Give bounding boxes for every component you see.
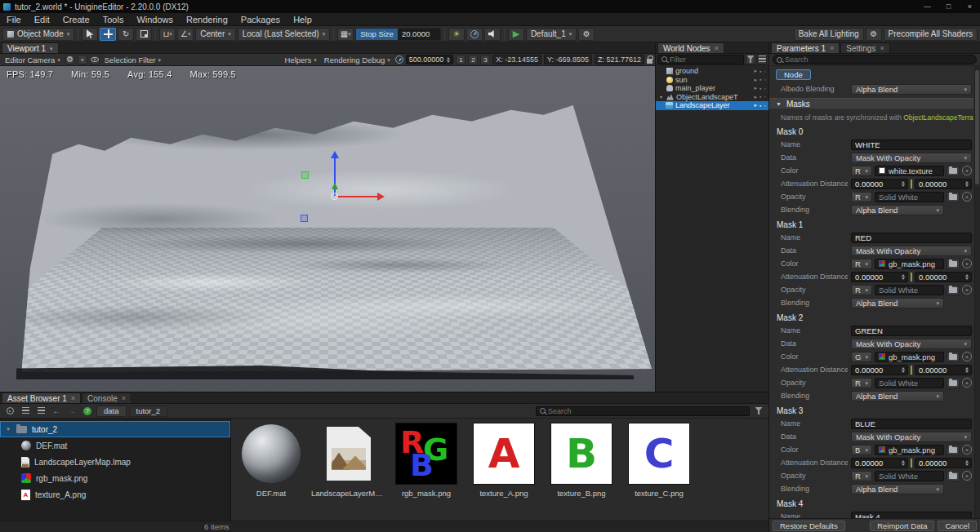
opacity-texture-field[interactable]: Solid White — [875, 192, 944, 202]
masks-section-header[interactable]: ▼ Masks — [769, 98, 973, 109]
camera-position-z[interactable]: Z: 521.77612 — [595, 55, 644, 64]
lock-icon[interactable]: ▪ — [760, 77, 761, 82]
object-mode-dropdown[interactable]: Object Mode ▾ — [2, 28, 74, 41]
gizmo-y-arrow-icon[interactable] — [332, 183, 338, 189]
opacity-channel-dropdown[interactable]: R▾ — [851, 471, 872, 481]
camera-position-y[interactable]: Y: -669.8505 — [544, 55, 592, 64]
visible-icon[interactable]: ◦ — [764, 94, 766, 100]
space-dropdown[interactable]: Local (Last Selected)▾ — [238, 28, 330, 41]
mask-blending-dropdown[interactable]: Alpha Blend▾ — [851, 484, 944, 494]
node-filter-type-button[interactable] — [746, 55, 755, 64]
visible-icon[interactable]: ◦ — [764, 103, 766, 109]
asset-card-texture-c[interactable]: C texture_C.png — [621, 421, 697, 498]
bake-lighting-button[interactable]: Bake All Lighting — [794, 28, 864, 41]
menu-rendering[interactable]: Rendering — [180, 13, 234, 25]
rotate-tool-button[interactable]: ↻ — [118, 28, 134, 41]
snap-magnet-dropdown[interactable]: ⊔▾ — [159, 28, 176, 41]
visible-icon[interactable]: ◦ — [764, 77, 766, 82]
add-camera-button[interactable]: + — [78, 55, 87, 64]
attenuation-input-2[interactable] — [915, 179, 972, 189]
tree-view-button[interactable] — [34, 406, 47, 417]
node-row-object-landscape-terrain[interactable]: ▾ ObjectLandscapeT ▸▪◦ — [656, 93, 768, 102]
cancel-button[interactable]: Cancel — [938, 521, 977, 531]
scale-tool-button[interactable] — [136, 28, 152, 41]
visible-icon[interactable]: ◦ — [764, 86, 766, 91]
asset-filter-button[interactable] — [752, 406, 765, 417]
close-button[interactable]: × — [961, 1, 978, 12]
node-row-landscape-layer[interactable]: LandscapeLayer ▸▪◦ — [656, 101, 768, 110]
play-button[interactable]: ▶ — [508, 28, 524, 41]
run-icon[interactable]: ▸ — [755, 102, 758, 109]
mask-data-dropdown[interactable]: Mask With Opacity▾ — [851, 339, 972, 349]
scrollbar-thumb[interactable] — [975, 70, 979, 184]
run-icon[interactable]: ▸ — [755, 94, 758, 100]
select-tool-button[interactable] — [82, 28, 98, 41]
tab-settings[interactable]: Settings × — [840, 42, 889, 53]
tab-node[interactable]: Node — [776, 69, 811, 80]
mask-data-dropdown[interactable]: Mask With Opacity▾ — [851, 153, 972, 163]
mask-blending-dropdown[interactable]: Alpha Blend▾ — [851, 205, 944, 215]
breadcrumb-data[interactable]: data — [96, 406, 127, 417]
gizmo-plane-handle-blue[interactable] — [301, 215, 308, 222]
speed-preset-2-button[interactable]: 2 — [468, 55, 478, 64]
color-channel-dropdown[interactable]: B▾ — [851, 445, 872, 455]
mask-name-input[interactable] — [851, 233, 972, 243]
menu-help[interactable]: Help — [287, 13, 318, 25]
browse-texture-button[interactable] — [947, 259, 960, 269]
bake-settings-button[interactable]: ⚙ — [866, 28, 882, 41]
color-channel-dropdown[interactable]: G▾ — [851, 352, 872, 362]
browse-texture-button[interactable] — [947, 445, 960, 455]
environment-button[interactable]: ☀ — [448, 28, 465, 41]
expand-caret-icon[interactable]: ▾ — [5, 426, 11, 432]
attenuation-input-2[interactable] — [915, 365, 972, 375]
clear-texture-button[interactable]: × — [962, 192, 972, 202]
expand-caret-icon[interactable]: ▾ — [658, 94, 664, 100]
close-icon[interactable]: × — [122, 395, 126, 402]
spinner-arrows-icon[interactable] — [447, 57, 450, 63]
rendering-debug-dropdown[interactable]: Rendering Debug ▾ — [322, 55, 393, 65]
tree-row-texture-a[interactable]: A texture_A.png — [0, 486, 230, 503]
attenuation-input-1[interactable] — [851, 365, 908, 375]
color-channel-dropdown[interactable]: R▾ — [851, 259, 872, 269]
gizmo-origin[interactable] — [331, 193, 338, 200]
tab-viewport-1[interactable]: Viewport 1 ▾ — [2, 42, 59, 53]
asset-card-texture-b[interactable]: B texture_B.png — [543, 421, 620, 498]
menu-windows[interactable]: Windows — [130, 13, 180, 25]
node-row-sun[interactable]: sun ▸▪◦ — [656, 76, 768, 85]
clear-texture-button[interactable]: × — [962, 259, 972, 268]
color-texture-field[interactable]: white.texture — [875, 166, 944, 176]
visibility-button[interactable] — [90, 55, 100, 64]
close-icon[interactable]: × — [71, 395, 75, 402]
browse-texture-button[interactable] — [947, 285, 960, 295]
menu-tools[interactable]: Tools — [96, 13, 131, 25]
clear-texture-button[interactable]: × — [962, 285, 972, 295]
camera-dropdown[interactable]: Editor Camera ▾ — [2, 55, 63, 65]
audio-button[interactable] — [484, 28, 501, 41]
clear-texture-button[interactable]: × — [962, 378, 972, 388]
tab-parameters[interactable]: Parameters 1 × — [771, 42, 840, 53]
clear-texture-button[interactable]: × — [962, 352, 972, 361]
tree-row-rgb-mask[interactable]: rgb_mask.png — [0, 470, 230, 486]
close-icon[interactable]: × — [880, 45, 884, 52]
mask-blending-dropdown[interactable]: Alpha Blend▾ — [851, 298, 944, 308]
helpers-dropdown[interactable]: Helpers ▾ — [283, 55, 319, 65]
opacity-texture-field[interactable]: Solid White — [875, 378, 944, 388]
close-icon[interactable]: × — [715, 45, 719, 52]
mask-name-input[interactable] — [851, 326, 972, 336]
browse-texture-button[interactable] — [947, 378, 960, 388]
mask-data-dropdown[interactable]: Mask With Opacity▾ — [851, 246, 972, 256]
tab-world-nodes[interactable]: World Nodes × — [657, 42, 724, 53]
color-texture-field[interactable]: gb_mask.png — [875, 445, 944, 455]
speed-preset-1-button[interactable]: 1 — [456, 55, 466, 64]
mask-blending-dropdown[interactable]: Alpha Blend▾ — [851, 391, 944, 401]
clear-texture-button[interactable]: × — [962, 471, 972, 481]
tab-asset-browser[interactable]: Asset Browser 1 × — [2, 392, 81, 403]
albedo-blending-dropdown[interactable]: Alpha Blend▾ — [851, 84, 972, 95]
mask-name-input[interactable] — [851, 140, 972, 150]
gizmo-z-axis[interactable] — [334, 158, 336, 196]
attenuation-input-1[interactable] — [851, 458, 908, 468]
attenuation-input-1[interactable] — [851, 272, 908, 282]
speed-preset-3-button[interactable]: 3 — [480, 55, 490, 64]
attenuation-input-2[interactable] — [915, 272, 972, 282]
tree-row-landscape-layer-map[interactable]: LandscapeLayerMap.lmap — [0, 454, 230, 470]
